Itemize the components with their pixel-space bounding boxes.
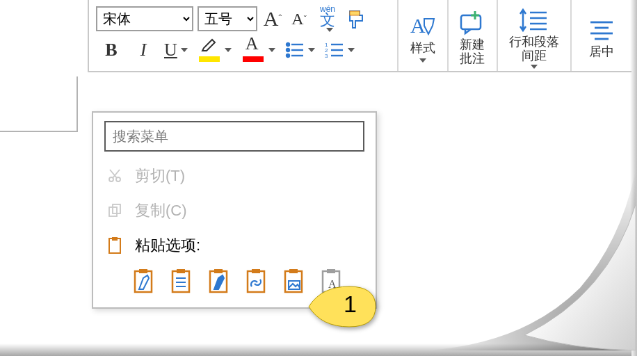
- svg-rect-14: [461, 15, 481, 29]
- underline-button[interactable]: U: [164, 38, 188, 63]
- svg-rect-0: [350, 11, 360, 15]
- paste-options-header: 粘贴选项:: [93, 228, 376, 263]
- copy-menu-item[interactable]: 复制(C): [93, 193, 376, 228]
- phonetic-guide-button[interactable]: wén 文: [314, 6, 341, 31]
- svg-point-1: [287, 43, 289, 46]
- paste-as-link[interactable]: [245, 267, 270, 295]
- context-menu: 搜索菜单 剪切(T) 复制(C): [92, 111, 377, 309]
- svg-text:A: A: [410, 14, 426, 37]
- svg-rect-43: [289, 269, 298, 273]
- svg-point-5: [287, 54, 289, 57]
- line-spacing-button[interactable]: 行和段落 间距: [509, 6, 559, 69]
- highlight-color-button[interactable]: [198, 38, 232, 63]
- page-curl: [385, 170, 636, 350]
- paste-merge-formatting[interactable]: [170, 267, 195, 295]
- svg-rect-30: [112, 237, 118, 241]
- new-comment-button[interactable]: 新建 批注: [458, 9, 486, 66]
- numbered-list-button[interactable]: 1 2 3: [325, 38, 355, 63]
- shadow-bottom: [0, 343, 631, 356]
- copy-icon: [106, 203, 124, 218]
- paste-options-label: 粘贴选项:: [135, 235, 200, 256]
- font-color-button[interactable]: A: [241, 38, 275, 63]
- center-align-button[interactable]: 居中: [588, 16, 615, 59]
- format-painter-icon[interactable]: [345, 6, 367, 31]
- align-group: 居中: [572, 0, 631, 71]
- svg-rect-46: [327, 269, 335, 273]
- scissors-icon: [106, 168, 124, 184]
- callout-number: 1: [344, 291, 357, 318]
- menu-search-input[interactable]: 搜索菜单: [104, 121, 364, 152]
- paste-use-destination-theme[interactable]: [207, 267, 232, 295]
- paragraph-group: 行和段落 间距: [498, 0, 572, 71]
- copy-label: 复制(C): [135, 200, 187, 221]
- font-color-swatch: [243, 56, 264, 62]
- bold-button[interactable]: B: [100, 38, 122, 63]
- svg-rect-39: [214, 269, 223, 273]
- cut-label: 剪切(T): [135, 165, 185, 186]
- bullet-list-button[interactable]: [285, 38, 315, 63]
- font-group: 宋体 五号 Aˆ Aˇ wén 文: [89, 0, 399, 71]
- svg-text:3: 3: [325, 53, 328, 58]
- italic-button[interactable]: I: [132, 38, 154, 63]
- shadow-right: [630, 0, 637, 356]
- font-name-select[interactable]: 宋体: [96, 6, 193, 31]
- cut-menu-item[interactable]: 剪切(T): [93, 159, 376, 193]
- shrink-font-button[interactable]: Aˇ: [288, 6, 310, 31]
- svg-point-3: [287, 49, 289, 51]
- paste-as-picture[interactable]: [282, 267, 307, 295]
- svg-rect-41: [252, 269, 260, 273]
- styles-group: A 样式: [399, 0, 448, 71]
- highlight-color-swatch: [199, 56, 220, 62]
- ribbon: 宋体 五号 Aˆ Aˇ wén 文: [88, 0, 631, 72]
- svg-rect-29: [109, 238, 120, 253]
- svg-rect-32: [139, 269, 147, 273]
- svg-rect-34: [177, 269, 185, 273]
- callout-marker-1: 1: [307, 285, 377, 328]
- comment-group: 新建 批注: [449, 0, 498, 71]
- paste-keep-source-formatting[interactable]: [132, 267, 157, 295]
- clipboard-icon: [106, 236, 124, 254]
- styles-button[interactable]: A 样式: [409, 13, 437, 63]
- grow-font-button[interactable]: Aˆ: [261, 6, 284, 31]
- font-size-select[interactable]: 五号: [198, 6, 257, 31]
